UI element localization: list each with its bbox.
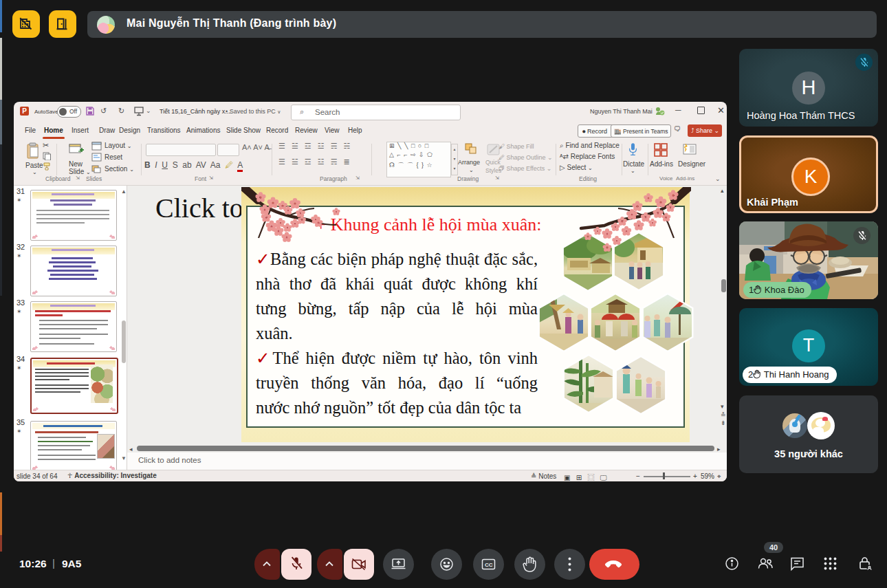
svg-text:CC: CC	[485, 562, 493, 568]
